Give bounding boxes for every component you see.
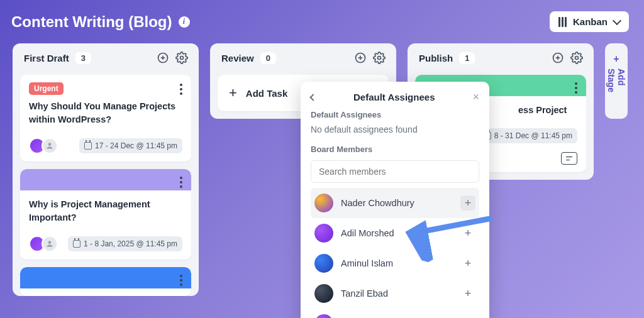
column-title: First Draft <box>24 53 69 63</box>
card-edit-icon[interactable] <box>561 152 577 165</box>
member-row[interactable]: Adil Morshed + <box>311 309 479 318</box>
column-settings-icon[interactable] <box>372 51 386 65</box>
empty-state-text: No default assignees found <box>311 124 479 134</box>
task-card[interactable] <box>20 267 191 296</box>
close-icon[interactable]: × <box>472 90 479 104</box>
avatar <box>314 314 333 318</box>
chevron-down-icon <box>613 16 621 25</box>
popover-title: Default Assignees <box>353 92 435 102</box>
due-date-text: 17 - 24 Dec @ 11:45 pm <box>95 141 177 150</box>
card-menu-icon[interactable] <box>177 81 185 97</box>
plus-icon: + <box>229 85 237 101</box>
column-count: 1 <box>459 52 475 64</box>
kanban-icon <box>558 17 567 27</box>
add-task-icon[interactable] <box>551 51 565 65</box>
add-task-icon[interactable] <box>156 51 170 65</box>
add-stage-label: Add Stage <box>606 69 626 109</box>
due-date-chip[interactable]: 8 - 31 Dec @ 11:45 pm <box>479 128 577 143</box>
member-name: Tanzil Ebad <box>341 288 453 299</box>
avatar <box>314 284 333 303</box>
due-date-chip[interactable]: 1 - 8 Jan, 2025 @ 11:45 pm <box>68 236 182 251</box>
member-row[interactable]: Tanzil Ebad + <box>311 278 479 309</box>
avatar-placeholder <box>42 138 58 154</box>
column-settings-icon[interactable] <box>570 51 584 65</box>
add-member-icon[interactable]: + <box>460 286 475 301</box>
member-name: Aminul Islam <box>341 258 453 268</box>
add-member-icon[interactable]: + <box>460 226 475 241</box>
card-menu-icon[interactable] <box>177 174 185 190</box>
add-member-icon[interactable]: + <box>460 256 475 271</box>
calendar-icon <box>84 142 92 150</box>
info-icon[interactable]: i <box>179 16 190 28</box>
member-name: Nader Chowdhury <box>341 198 453 208</box>
view-label: Kanban <box>573 16 608 27</box>
avatar <box>314 224 333 243</box>
section-heading: Board Members <box>311 145 479 154</box>
avatar <box>314 194 333 212</box>
due-date-text: 8 - 31 Dec @ 11:45 pm <box>494 131 572 140</box>
assignee-avatars[interactable] <box>29 236 58 252</box>
task-card[interactable]: Why is Project Management Important? 1 -… <box>20 169 191 260</box>
svg-point-3 <box>180 57 184 60</box>
calendar-icon <box>73 240 80 248</box>
page-title: Content Writing (Blog) <box>11 13 172 31</box>
column-title: Review <box>221 53 254 63</box>
due-date-chip[interactable]: 17 - 24 Dec @ 11:45 pm <box>79 138 182 153</box>
add-task-label: Add Task <box>246 88 287 99</box>
column-settings-icon[interactable] <box>175 51 189 65</box>
urgent-tag: Urgent <box>29 82 64 95</box>
member-name: Adil Morshed <box>341 228 453 238</box>
svg-point-9 <box>378 57 381 60</box>
due-date-text: 1 - 8 Jan, 2025 @ 11:45 pm <box>84 239 177 248</box>
svg-point-5 <box>48 241 52 244</box>
card-menu-icon[interactable] <box>177 272 185 288</box>
member-row[interactable]: Nader Chowdhury + <box>311 188 479 218</box>
card-title: Why is Project Management Important? <box>29 198 180 224</box>
task-card[interactable]: Urgent Why Should You Manage Projects wi… <box>20 75 191 162</box>
card-title: Why Should You Manage Projects within Wo… <box>29 100 180 126</box>
card-title-partial: ess Project <box>518 104 577 117</box>
member-row[interactable]: Aminul Islam + <box>311 248 479 278</box>
avatar <box>314 254 333 273</box>
column-title: Publish <box>419 53 453 63</box>
avatar-placeholder <box>42 236 58 252</box>
section-heading: Default Assignees <box>311 110 479 119</box>
add-stage-button[interactable]: + Add Stage <box>605 43 628 119</box>
card-menu-icon[interactable] <box>572 80 580 96</box>
default-assignees-popover: Default Assignees × Default Assignees No… <box>301 82 489 318</box>
add-member-icon[interactable]: + <box>460 195 475 211</box>
plus-icon: + <box>613 53 619 65</box>
add-task-icon[interactable] <box>353 51 367 65</box>
column-count: 3 <box>75 52 91 64</box>
back-icon[interactable] <box>309 94 316 101</box>
search-members-input[interactable] <box>311 160 479 183</box>
member-row[interactable]: Adil Morshed + <box>311 218 479 248</box>
view-switcher[interactable]: Kanban <box>550 11 629 32</box>
column-count: 0 <box>260 52 276 64</box>
svg-point-4 <box>48 143 52 146</box>
column-first-draft: First Draft 3 Urgent Why Should You Mana… <box>13 43 199 296</box>
svg-point-13 <box>575 57 579 60</box>
assignee-avatars[interactable] <box>29 138 58 154</box>
